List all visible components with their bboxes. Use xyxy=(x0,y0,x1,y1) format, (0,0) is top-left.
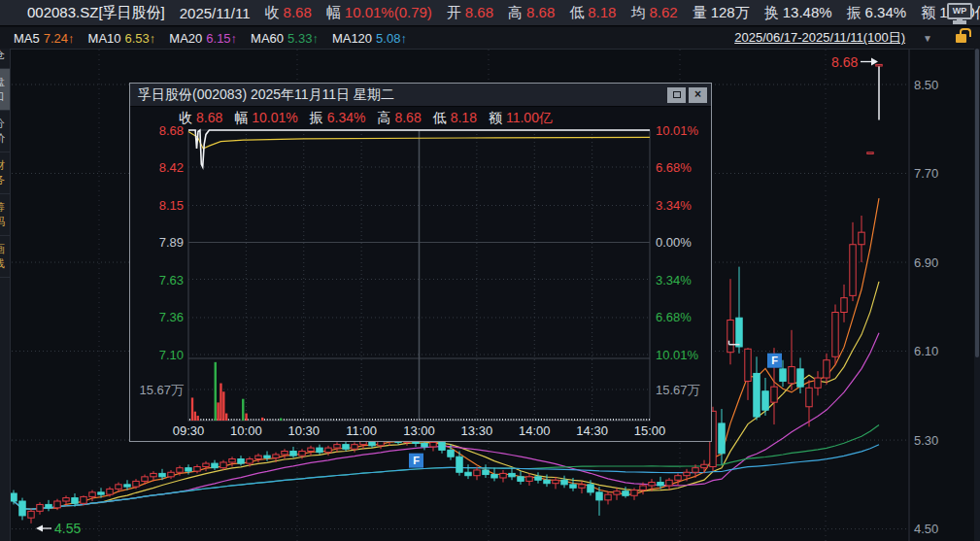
candle-body xyxy=(63,498,69,501)
candle-body xyxy=(754,373,760,417)
candle-body xyxy=(107,489,113,494)
candle-body xyxy=(19,501,25,516)
candle-body xyxy=(526,477,532,482)
candle-body xyxy=(186,468,191,471)
sidebar-tab[interactable]: 分价 xyxy=(0,111,10,152)
ma-item-ma120: MA1205.08↑ xyxy=(332,31,407,46)
candle-body xyxy=(850,245,856,296)
chevron-down-icon[interactable]: ▼ xyxy=(923,33,932,44)
scrollbar-thumb[interactable] xyxy=(975,49,979,357)
popup-stat-振: 振6.34% xyxy=(310,110,366,127)
candle-body xyxy=(771,387,777,402)
candle-body xyxy=(649,483,655,486)
svg-text:5.30: 5.30 xyxy=(914,433,938,448)
popup-right-axis-label: 0.00% xyxy=(656,235,692,250)
candle-body xyxy=(640,486,646,490)
candle-body xyxy=(859,232,864,245)
candle-body xyxy=(317,448,322,453)
candle-body xyxy=(46,504,51,507)
stock-symbol: 002083.SZ[孚日股份] xyxy=(27,4,165,22)
popup-left-axis-label: 8.15 xyxy=(159,198,184,213)
candle-body xyxy=(98,492,104,494)
candle-body xyxy=(605,494,611,500)
candle-body xyxy=(867,152,873,154)
candle-body xyxy=(693,468,698,473)
stat-均: 均8.62 xyxy=(630,4,677,22)
candle-body xyxy=(876,64,882,66)
wp-monitor-icon[interactable]: WP xyxy=(947,3,972,19)
candle-body xyxy=(28,511,34,518)
f-event-marker[interactable]: F xyxy=(767,354,782,368)
candle-body xyxy=(684,472,690,475)
left-toolbar-strip: 持仓盘口分价财务筹码画线 xyxy=(0,27,11,541)
trading-app-window: { "top_bar": { "symbol": "002083.SZ[孚日股份… xyxy=(0,0,980,541)
candle-body xyxy=(229,459,235,462)
restore-window-button[interactable] xyxy=(667,87,686,103)
popup-left-axis-label: 7.36 xyxy=(159,310,184,324)
top-info-bar: 002083.SZ[孚日股份] 2025/11/11 收8.68幅10.01%(… xyxy=(0,0,980,26)
candle-body xyxy=(343,445,349,450)
unlock-icon[interactable] xyxy=(956,34,966,43)
sidebar-tab[interactable]: 盘口 xyxy=(0,69,10,111)
last-price-annotation: 8.68 xyxy=(831,54,878,70)
candle-body xyxy=(658,483,663,486)
candle-body xyxy=(553,480,558,483)
candle-body xyxy=(666,480,672,486)
ma-indicator-bar: MA57.24↑MA106.53↑MA206.15↑MA605.33↑MA120… xyxy=(0,27,980,49)
ma-item-ma5: MA57.24↑ xyxy=(14,31,75,46)
popup-time-label: 14:30 xyxy=(576,423,608,438)
popup-time-label: 13:00 xyxy=(403,423,435,438)
intraday-chart[interactable]: 8.688.428.157.897.637.367.1015.67万10.01%… xyxy=(130,84,711,441)
popup-stat-幅: 幅10.01% xyxy=(234,110,297,127)
stat-幅: 幅10.01%(0.79) xyxy=(326,4,432,22)
candle-body xyxy=(570,485,576,488)
popup-title: 孚日股份(002083) 2025年11月11日 星期二 xyxy=(138,86,664,104)
intraday-popup-window[interactable]: 8.688.428.157.897.637.367.1015.67万10.01%… xyxy=(129,83,712,442)
candle-body xyxy=(631,490,637,496)
candle-body xyxy=(290,452,296,456)
candle-body xyxy=(701,464,707,467)
svg-text:7.70: 7.70 xyxy=(914,166,938,181)
stat-高: 高8.68 xyxy=(508,4,555,22)
candle-body xyxy=(736,318,742,347)
popup-left-axis-label: 7.63 xyxy=(159,273,184,287)
candle-body xyxy=(422,444,427,447)
f-event-marker[interactable]: F xyxy=(409,454,423,468)
sidebar-tab[interactable]: 筹码 xyxy=(0,194,10,236)
candle-body xyxy=(518,477,524,482)
candle-body xyxy=(815,378,821,388)
right-scrollbar[interactable] xyxy=(974,49,980,541)
candle-body xyxy=(448,450,454,456)
candle-body xyxy=(623,491,628,496)
candle-body xyxy=(299,452,305,456)
ma-item-ma60: MA605.33↑ xyxy=(251,31,319,46)
sidebar-tab[interactable]: 画线 xyxy=(0,236,10,278)
stat-开: 开8.68 xyxy=(447,4,493,22)
candle-body xyxy=(72,498,78,504)
close-button[interactable]: × xyxy=(689,87,707,103)
candle-body xyxy=(255,456,261,458)
candle-body xyxy=(561,480,567,485)
candle-body xyxy=(54,501,60,508)
candle-body xyxy=(142,477,148,482)
candle-body xyxy=(491,475,497,478)
candle-body xyxy=(806,388,812,406)
candle-body xyxy=(614,491,620,494)
candle-body xyxy=(159,473,165,476)
candle-body xyxy=(352,445,357,450)
candle-body xyxy=(535,477,541,480)
popup-title-bar[interactable]: 孚日股份(002083) 2025年11月11日 星期二 × xyxy=(130,84,711,107)
candle-body xyxy=(37,504,43,511)
sidebar-tab[interactable]: 财务 xyxy=(0,152,10,194)
svg-text:8.50: 8.50 xyxy=(914,78,938,92)
candle-body xyxy=(133,481,139,487)
candle-body xyxy=(11,493,17,501)
stat-收: 收8.68 xyxy=(265,4,312,22)
low-price-annotation: 4.55 xyxy=(36,521,81,536)
popup-right-axis-label: 3.34% xyxy=(656,273,692,287)
candle-body xyxy=(81,496,86,503)
candle-body xyxy=(762,391,768,410)
svg-text:6.90: 6.90 xyxy=(914,255,938,270)
candle-body xyxy=(168,472,174,477)
date-range-selector[interactable]: 2025/06/17-2025/11/11(100日) xyxy=(734,29,905,47)
